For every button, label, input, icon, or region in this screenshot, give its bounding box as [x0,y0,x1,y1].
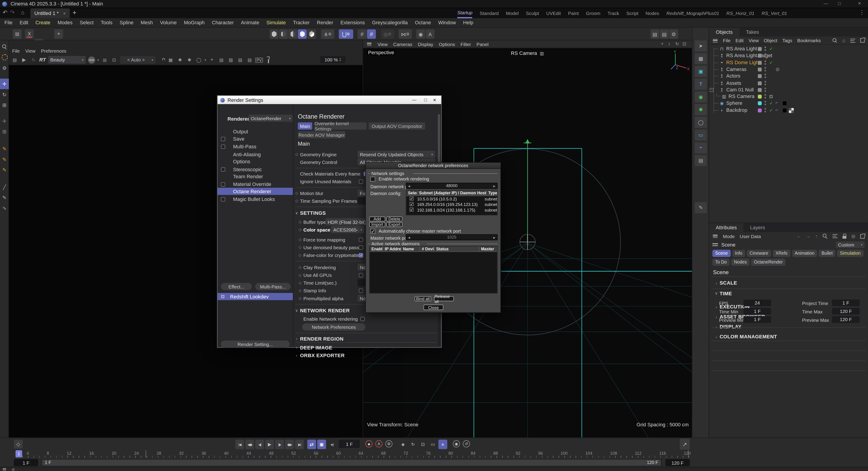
tab-attributes[interactable]: Attributes [709,223,743,232]
rt-label[interactable]: RT [39,57,46,63]
minimize-button[interactable]: — [824,1,828,6]
keyable-icon[interactable]: ◇ [297,265,303,269]
time-max-field[interactable]: 120 F [832,308,860,315]
section-deep-image[interactable]: › DEEP IMAGE [293,344,438,351]
enable-network-checkbox[interactable] [361,317,365,321]
enable-dots[interactable] [765,53,766,58]
redshift-lookdev-row[interactable]: ⊡ Redshift Lookdev [218,293,293,300]
menu-item[interactable]: Tracker [293,20,310,25]
tree-row-backdrop[interactable]: ◗ Backdrop ✓ ⌐ [709,107,868,113]
save-image-plus-icon[interactable]: ▤ [246,57,253,62]
live-selection-icon[interactable] [0,52,9,63]
dialog-minimize-icon[interactable]: — [408,97,420,102]
objects-menu-item[interactable]: View [748,38,759,43]
goto-start-button[interactable]: |◀ [235,440,244,449]
rs-list-team-render[interactable]: Team Render [218,173,293,180]
magic-bullet-checkbox[interactable] [221,197,225,201]
filter-icon[interactable] [833,234,838,238]
objects-menu-item[interactable]: Tags [782,38,792,43]
layout-tab[interactable]: Script [626,9,638,18]
all-gpus-checkbox[interactable] [359,273,363,277]
objects-menu-item[interactable]: Object [764,38,777,43]
rgb-channel-icon[interactable]: RGB [88,56,95,63]
home-icon[interactable]: ⌂ [842,38,845,43]
plane-cut-icon[interactable]: ✎ [0,192,9,203]
time-min-field[interactable]: 1 F [743,308,771,315]
pan-view-icon[interactable]: + [661,41,663,47]
region-circle-icon[interactable]: ◯ [195,57,203,62]
menu-item[interactable]: Spline [120,20,133,25]
transform-poly-tool-icon[interactable]: ⊞ [0,126,9,137]
menu-item[interactable]: File [4,20,12,25]
layer-chip[interactable] [758,61,762,64]
layout-tab[interactable]: Groom [586,9,600,18]
axis-modification-icon[interactable]: ⋔⚙ [321,29,334,39]
layer-chip[interactable] [758,88,762,92]
netprefs-title-bar[interactable]: OctaneRender network preferences [366,163,500,169]
restart-render-icon[interactable]: ↻ [30,57,37,62]
color-chip[interactable] [758,94,762,98]
objects-menu-item[interactable]: Bookmarks [797,38,821,43]
keyable-icon[interactable]: ◇ [297,219,303,224]
key-scale-toggle[interactable]: ⊡ [418,440,427,449]
layout-tab[interactable]: Redshift_MographPlus01 [666,9,719,18]
phong-tag-icon[interactable]: ⌐ [776,108,780,113]
menu-item[interactable]: Simulate [266,20,286,25]
tree-row-assets[interactable]: ↥ Assets [709,80,868,86]
spline-pen-icon[interactable]: ✎ [0,143,9,154]
coordinate-system-button[interactable]: ⌖ [54,29,63,39]
document-tab[interactable]: Untitled 1 * × [30,8,70,18]
expander-icon[interactable]: − [710,88,714,92]
locked-workplane-icon[interactable]: # [367,29,376,39]
filter-icon[interactable] [850,38,855,42]
symmetry-icon[interactable]: ⋈⚙ [399,29,412,39]
model-mode-icon[interactable] [270,29,278,39]
range-track[interactable]: 1 F 120 F [41,459,662,466]
menu-item[interactable]: Modes [58,20,72,25]
close-button[interactable]: Close [424,304,443,310]
material-override-checkbox[interactable] [221,182,225,186]
menu-item[interactable]: Animate [241,20,259,25]
keyable-icon[interactable]: ◇ [293,199,300,203]
search-icon[interactable] [823,234,828,239]
point-mode-icon[interactable] [279,29,288,39]
tree-row-actors[interactable]: ↥ Actors [709,72,868,79]
rs-list-multipass[interactable]: Multi-Pass [218,143,293,150]
rs-list-stereoscopic[interactable]: Stereoscopic [218,166,293,173]
range-bar[interactable]: 1 F 120 F [42,460,661,466]
color-chip[interactable] [758,101,762,105]
viewport-menu-icon[interactable] [367,42,372,46]
play-button[interactable]: ▶ [265,440,274,449]
transform-tool-icon[interactable]: ✛ [0,116,9,126]
sound-button[interactable]: ◄) [327,440,336,449]
layout-tab[interactable]: UVEdit [546,9,561,18]
keyable-icon[interactable]: ◇ [297,281,303,285]
focus-picker-icon[interactable]: ⌖ [208,57,216,63]
frame-region-icon[interactable]: ▦ [695,53,707,64]
range-end-field[interactable]: 120 F [665,459,690,466]
layout-tab[interactable]: Model [506,9,519,18]
tree-row-cam-01-null[interactable]: − ↥ Cam 01 Null [709,86,868,93]
keyframe-settings-button[interactable]: ⚙ [385,440,393,447]
tab-layers[interactable]: Layers [744,223,772,232]
close-button[interactable]: × [858,0,861,6]
layout-tab[interactable]: Nodes [646,9,659,18]
section-scale[interactable]: › SCALE [709,278,868,287]
rotate-view-icon[interactable]: ↻ [675,41,679,47]
play-render-icon[interactable]: ▶ [21,57,28,63]
dialog-maximize-icon[interactable]: □ [420,97,431,102]
viewport-menu-item[interactable]: Panel [476,41,489,47]
material-picker-icon[interactable]: ▤ [218,57,225,62]
track-icon[interactable]: ◎ [851,234,855,239]
section-color-management[interactable]: › COLOR MANAGEMENT [709,332,868,341]
enable-dots[interactable] [765,67,766,71]
rs-list-options[interactable]: Options [218,158,293,165]
menu-item[interactable]: Extensions [340,20,365,25]
layout-tab[interactable]: RS_Horiz_01 [726,9,754,18]
menu-item[interactable]: Edit [20,20,28,25]
tab-main[interactable]: Main [298,122,312,130]
undock-icon[interactable] [860,234,865,239]
release-all-button[interactable]: Release all [434,296,454,301]
slider-left-icon[interactable]: ◀ [408,184,410,187]
enable-dots[interactable] [765,74,766,78]
